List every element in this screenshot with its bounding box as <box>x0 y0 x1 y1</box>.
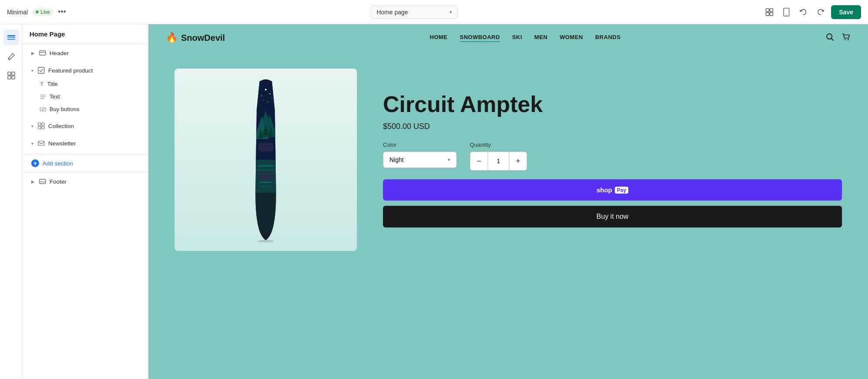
product-price: $500.00 USD <box>383 122 842 131</box>
collection-arrow-icon: ▾ <box>31 124 33 129</box>
page-selector-label: Home page <box>376 9 408 16</box>
redo-icon <box>816 8 825 16</box>
svg-rect-11 <box>8 76 11 79</box>
redo-button[interactable] <box>814 5 828 19</box>
sections-icon-button[interactable] <box>3 68 19 83</box>
add-section-button[interactable]: + Add section <box>24 156 146 171</box>
sidebar-item-header-label: Header <box>50 50 69 56</box>
paintbrush-icon <box>7 52 16 61</box>
theme-editor-icon-button[interactable] <box>3 49 19 64</box>
home-page-icon-button[interactable] <box>3 30 19 45</box>
undo-icon <box>799 8 808 16</box>
color-select[interactable]: Night ▾ <box>383 152 457 168</box>
nav-link-snowboard[interactable]: SNOWBOARD <box>460 34 500 42</box>
store-search-button[interactable] <box>825 33 834 43</box>
sidebar-child-text[interactable]: Text <box>23 90 148 103</box>
nav-link-home[interactable]: HOME <box>430 34 448 42</box>
sidebar-item-header[interactable]: ▶ Header <box>24 46 146 60</box>
quantity-increase-button[interactable]: + <box>509 152 527 170</box>
topbar-left: Minimal Live ••• <box>7 7 66 16</box>
sidebar-child-title[interactable]: T Title <box>23 77 148 90</box>
sidebar-child-buy-label: Buy buttons <box>50 106 79 112</box>
search-icon <box>825 33 834 41</box>
sidebar-item-footer[interactable]: ▶ Footer <box>24 175 146 188</box>
color-value: Night <box>389 156 404 163</box>
live-badge: Live <box>32 8 53 16</box>
nav-link-men[interactable]: MEN <box>535 34 548 42</box>
svg-rect-3 <box>770 13 773 16</box>
svg-rect-0 <box>766 9 769 12</box>
brand-name: Minimal <box>7 9 28 16</box>
svg-point-5 <box>786 14 787 15</box>
svg-rect-12 <box>12 76 15 79</box>
shop-pay-button[interactable]: shop Pay <box>383 179 842 201</box>
svg-rect-1 <box>770 9 773 12</box>
svg-rect-9 <box>8 72 11 75</box>
live-label: Live <box>40 9 50 15</box>
featured-product-icon <box>38 67 45 74</box>
nav-link-brands[interactable]: BRANDS <box>595 34 621 42</box>
color-label: Color <box>383 142 457 148</box>
sidebar-divider <box>23 154 148 154</box>
product-image-box <box>175 69 357 251</box>
page-selector[interactable]: Home page ▾ <box>371 6 458 19</box>
svg-rect-53 <box>258 172 273 181</box>
sidebar-item-collection[interactable]: ▾ Collection <box>24 119 146 133</box>
topbar-center: Home page ▾ <box>371 6 458 19</box>
quantity-option-group: Quantity − 1 + <box>470 142 527 171</box>
sidebar-title: Home Page <box>23 24 148 44</box>
svg-rect-52 <box>258 143 273 152</box>
sidebar-child-text-label: Text <box>50 93 60 100</box>
grid-icon <box>765 8 774 16</box>
svg-rect-8 <box>7 39 15 40</box>
cart-icon <box>841 33 851 41</box>
svg-rect-6 <box>7 35 15 36</box>
more-button[interactable]: ••• <box>58 7 66 16</box>
quantity-decrease-button[interactable]: − <box>470 152 488 170</box>
save-button[interactable]: Save <box>831 5 861 19</box>
grid-icon-button[interactable] <box>762 5 776 19</box>
svg-point-34 <box>269 93 270 94</box>
product-info: Circuit Amptek $500.00 USD Color Night ▾ <box>383 92 842 227</box>
shop-pay-text: shop <box>597 186 612 194</box>
nav-link-women[interactable]: WOMEN <box>560 34 583 42</box>
svg-rect-15 <box>38 67 44 73</box>
svg-rect-20 <box>38 123 41 125</box>
sidebar: Home Page ▶ Header ▾ Featured product <box>23 24 149 379</box>
snowboard-image <box>235 77 296 242</box>
nav-link-ski[interactable]: SKI <box>512 34 522 42</box>
svg-rect-13 <box>40 51 46 55</box>
svg-point-27 <box>827 34 832 39</box>
store-cart-button[interactable] <box>841 33 851 43</box>
svg-point-54 <box>257 240 274 242</box>
color-chevron-icon: ▾ <box>448 157 450 163</box>
header-section-icon <box>39 49 46 56</box>
svg-rect-22 <box>38 126 41 129</box>
sidebar-item-featured-product[interactable]: ▾ Featured product <box>24 63 146 77</box>
sidebar-section-featured: ▾ Featured product T Title Text <box>23 62 148 117</box>
sidebar-section-collection: ▾ Collection <box>23 117 148 135</box>
svg-point-35 <box>263 99 264 100</box>
sidebar-child-buy-buttons[interactable]: Buy buttons <box>23 103 148 115</box>
product-title: Circuit Amptek <box>383 92 842 117</box>
mobile-icon <box>782 8 790 16</box>
pay-badge: Pay <box>615 187 628 194</box>
topbar-right: Save <box>762 5 861 19</box>
product-section: Circuit Amptek $500.00 USD Color Night ▾ <box>149 51 868 268</box>
store-navigation: HOME SNOWBOARD SKI MEN WOMEN BRANDS <box>430 34 621 42</box>
sidebar-item-newsletter[interactable]: ▾ Newsletter <box>24 136 146 150</box>
sidebar-child-title-label: Title <box>47 81 58 87</box>
store-brand-name: SnowDevil <box>181 33 225 43</box>
svg-point-37 <box>271 98 272 99</box>
store-preview: 🔥 SnowDevil HOME SNOWBOARD SKI MEN WOMEN… <box>149 24 868 379</box>
topbar: Minimal Live ••• Home page ▾ <box>0 0 868 24</box>
chevron-down-icon: ▾ <box>449 9 452 15</box>
svg-point-32 <box>265 89 267 91</box>
buy-buttons-icon <box>40 106 46 112</box>
quantity-label: Quantity <box>470 142 527 148</box>
color-option-group: Color Night ▾ <box>383 142 457 171</box>
add-section-label: Add section <box>43 160 73 167</box>
mobile-preview-button[interactable] <box>780 5 793 19</box>
undo-button[interactable] <box>796 5 810 19</box>
buy-now-button[interactable]: Buy it now <box>383 206 842 227</box>
